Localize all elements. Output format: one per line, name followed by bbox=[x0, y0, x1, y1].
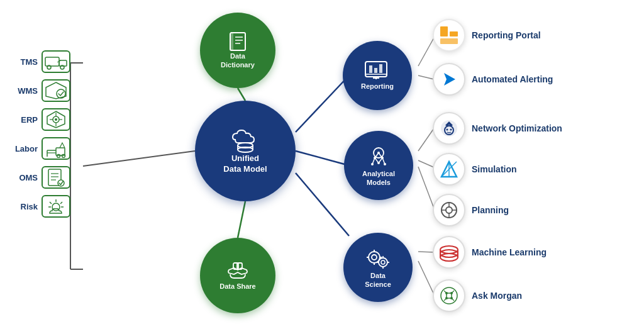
tms-label: TMS bbox=[11, 57, 38, 67]
reporting-label: Reporting bbox=[361, 82, 394, 91]
left-item-oms: OMS bbox=[11, 166, 70, 189]
svg-rect-90 bbox=[440, 38, 458, 44]
reporting-portal-icon bbox=[433, 19, 465, 52]
svg-point-100 bbox=[446, 207, 452, 213]
svg-line-7 bbox=[296, 151, 349, 165]
svg-point-71 bbox=[374, 157, 376, 159]
oms-label: OMS bbox=[11, 173, 38, 182]
planning-label: Planning bbox=[472, 205, 509, 215]
center-label: UnifiedData Model bbox=[223, 153, 267, 175]
data-dictionary-label: DataDictionary bbox=[221, 52, 255, 70]
cloud-database-icon bbox=[229, 127, 262, 153]
svg-point-110 bbox=[441, 287, 457, 304]
tms-icon bbox=[45, 53, 67, 70]
svg-line-11 bbox=[418, 128, 434, 151]
risk-icon bbox=[45, 197, 67, 216]
ai-brain-icon bbox=[366, 144, 391, 169]
reporting-portal-label: Reporting Portal bbox=[472, 30, 541, 40]
oms-icon bbox=[45, 168, 67, 187]
svg-point-74 bbox=[377, 162, 380, 164]
svg-line-14 bbox=[418, 252, 434, 252]
svg-line-9 bbox=[418, 38, 434, 66]
svg-line-119 bbox=[444, 291, 447, 293]
left-item-risk: Risk bbox=[11, 195, 70, 218]
network-optimization-item: Network Optimization bbox=[433, 112, 562, 145]
svg-point-73 bbox=[371, 163, 374, 165]
analytical-models-node: AnalyticalModels bbox=[344, 131, 413, 200]
book-icon bbox=[226, 31, 249, 52]
svg-rect-88 bbox=[440, 26, 448, 36]
planning-svg bbox=[438, 199, 460, 221]
left-item-tms: TMS bbox=[11, 50, 70, 73]
svg-point-23 bbox=[55, 118, 57, 121]
machine-learning-svg bbox=[438, 241, 460, 264]
svg-line-12 bbox=[418, 160, 434, 167]
erp-icon bbox=[45, 110, 67, 129]
risk-icon-box bbox=[42, 195, 70, 218]
reporting-portal-item: Reporting Portal bbox=[433, 19, 541, 52]
simulation-label: Simulation bbox=[472, 164, 517, 174]
svg-line-4 bbox=[238, 88, 245, 101]
data-share-node: Data Share bbox=[200, 238, 275, 313]
network-optimization-label: Network Optimization bbox=[472, 123, 562, 133]
left-items-group: TMS WMS ERP bbox=[11, 50, 70, 218]
automated-alerting-icon bbox=[433, 63, 465, 96]
svg-point-32 bbox=[57, 155, 60, 158]
machine-learning-item: Machine Learning bbox=[433, 236, 547, 269]
data-science-label: DataScience bbox=[365, 271, 391, 289]
svg-rect-59 bbox=[374, 68, 377, 73]
connection-lines bbox=[0, 0, 644, 329]
svg-rect-60 bbox=[379, 64, 382, 73]
automated-alerting-item: Automated Alerting bbox=[433, 63, 553, 96]
reporting-node: Reporting bbox=[343, 41, 412, 110]
svg-point-33 bbox=[62, 155, 65, 158]
simulation-item: Simulation bbox=[433, 153, 517, 186]
reporting-portal-svg bbox=[438, 24, 460, 47]
svg-line-5 bbox=[238, 201, 245, 238]
ask-morgan-label: Ask Morgan bbox=[472, 291, 522, 301]
svg-point-78 bbox=[379, 258, 387, 267]
svg-point-79 bbox=[381, 260, 385, 264]
machine-learning-icon bbox=[433, 236, 465, 269]
svg-line-8 bbox=[296, 173, 349, 236]
svg-point-95 bbox=[450, 129, 452, 131]
svg-line-15 bbox=[418, 261, 434, 294]
svg-line-43 bbox=[50, 202, 52, 204]
automated-alerting-label: Automated Alerting bbox=[472, 74, 553, 84]
erp-label: ERP bbox=[11, 115, 38, 125]
svg-rect-58 bbox=[369, 65, 372, 73]
diagram-container: TMS WMS ERP bbox=[0, 0, 644, 329]
ask-morgan-svg bbox=[438, 284, 460, 307]
automated-alerting-svg bbox=[439, 69, 459, 89]
oms-icon-box bbox=[42, 166, 70, 189]
svg-rect-50 bbox=[230, 33, 233, 50]
ask-morgan-item: Ask Morgan bbox=[433, 279, 522, 312]
left-item-erp: ERP bbox=[11, 108, 70, 131]
wms-label: WMS bbox=[11, 86, 38, 96]
svg-point-77 bbox=[372, 255, 377, 260]
erp-icon-box bbox=[42, 108, 70, 131]
simulation-svg bbox=[438, 159, 460, 180]
wms-icon-box bbox=[42, 79, 70, 102]
data-science-node: DataScience bbox=[343, 233, 413, 302]
svg-line-3 bbox=[83, 151, 195, 166]
svg-line-41 bbox=[60, 202, 62, 204]
network-opt-svg bbox=[438, 118, 460, 139]
machine-learning-label: Machine Learning bbox=[472, 247, 547, 257]
labor-icon bbox=[45, 139, 67, 158]
svg-rect-16 bbox=[45, 57, 59, 66]
reporting-icon bbox=[364, 60, 391, 82]
handshake-icon bbox=[225, 260, 250, 282]
svg-point-94 bbox=[447, 129, 448, 131]
analytical-label: AnalyticalModels bbox=[362, 169, 395, 187]
svg-point-72 bbox=[381, 157, 384, 159]
data-share-label: Data Share bbox=[219, 282, 255, 291]
svg-point-75 bbox=[384, 163, 386, 165]
simulation-icon bbox=[433, 153, 465, 186]
gears-icon bbox=[364, 246, 392, 271]
risk-label: Risk bbox=[11, 202, 38, 211]
svg-line-122 bbox=[452, 298, 454, 301]
svg-rect-89 bbox=[450, 31, 458, 36]
svg-line-13 bbox=[418, 167, 434, 208]
wms-icon bbox=[45, 81, 67, 100]
